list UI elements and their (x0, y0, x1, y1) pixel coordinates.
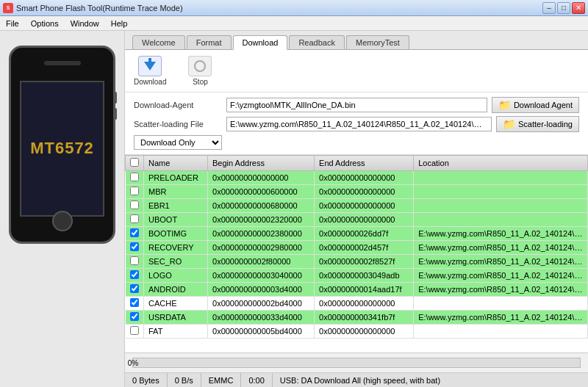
tab-welcome[interactable]: Welcome (132, 35, 185, 49)
row-checkbox[interactable] (130, 228, 139, 237)
table-row: PRELOADER0x0000000000000000x000000000000… (126, 171, 588, 185)
maximize-button[interactable]: □ (557, 2, 570, 14)
row-checkbox[interactable] (130, 242, 139, 251)
row-location (414, 199, 588, 213)
row-end-address: 0x0000000026dd7f (315, 227, 414, 241)
minimize-button[interactable]: – (542, 2, 556, 14)
row-checkbox[interactable] (130, 256, 139, 265)
agent-browse-button[interactable]: 📁 Download Agent (492, 97, 579, 113)
close-button[interactable]: ✕ (572, 2, 585, 14)
table-row: LOGO0x0000000000030400000x0000000003049a… (126, 269, 588, 283)
row-end-address: 0x0000000003049adb (315, 269, 414, 283)
agent-input[interactable] (226, 98, 487, 112)
mode-dropdown[interactable]: Download Only Firmware Upgrade Format Al… (134, 135, 222, 150)
progress-bar-wrap: 0% (132, 358, 581, 368)
tab-memorytest[interactable]: MemoryTest (346, 35, 409, 49)
table-row: RECOVERY0x0000000000029800000x000000002d… (126, 241, 588, 255)
row-end-address: 0x000000000000000 (315, 297, 414, 311)
row-begin-address: 0x0000000000033d4000 (208, 311, 315, 325)
content-panel: Welcome Format Download Readback MemoryT… (125, 31, 588, 387)
row-name: BOOTIMG (144, 227, 208, 241)
status-message: USB: DA Download All (high speed, with b… (273, 373, 588, 387)
tab-readback[interactable]: Readback (289, 35, 345, 49)
form-area: Download-Agent 📁 Download Agent Scatter-… (125, 93, 588, 155)
row-name: PRELOADER (144, 171, 208, 185)
row-location: E:\www.yzmg.com\R850_11_A.02_140124\R850… (414, 227, 588, 241)
status-bytes: 0 Bytes (125, 373, 168, 387)
scatter-label: Scatter-loading File (134, 120, 222, 129)
menubar: File Options Window Help (0, 16, 588, 31)
scatter-browse-button[interactable]: 📁 Scatter-loading (496, 116, 579, 132)
row-checkbox[interactable] (130, 326, 139, 335)
row-name: CACHE (144, 297, 208, 311)
table-row: UBOOT0x0000000000023200000x0000000000000… (126, 213, 588, 227)
stop-label: Stop (193, 78, 208, 86)
phone-image: MT6572 (9, 46, 115, 244)
status-type: EMMC (201, 373, 242, 387)
row-name: RECOVERY (144, 241, 208, 255)
row-location: E:\www.yzmg.com\R850_11_A.02_140124\R850… (414, 283, 588, 297)
phone-side-buttons (114, 92, 117, 120)
table-row: MBR0x000000000006000000x000000000000000 (126, 185, 588, 199)
row-end-address: 0x000000000000000 (315, 199, 414, 213)
select-all-checkbox[interactable] (130, 158, 139, 167)
folder-icon: 📁 (498, 99, 511, 111)
menu-window[interactable]: Window (68, 18, 102, 29)
row-end-address: 0x000000000000000 (315, 325, 414, 339)
row-begin-address: 0x0000000002f80000 (208, 255, 315, 269)
status-rate: 0 B/s (168, 373, 201, 387)
row-location (414, 325, 588, 339)
col-location: Location (414, 156, 588, 171)
row-checkbox[interactable] (130, 298, 139, 307)
table-row: SEC_RO0x0000000002f800000x0000000002f852… (126, 255, 588, 269)
status-time: 0:00 (241, 373, 272, 387)
table-row: ANDROID0x0000000000003d40000x00000000014… (126, 283, 588, 297)
row-checkbox[interactable] (130, 173, 139, 181)
partition-table-body: PRELOADER0x0000000000000000x000000000000… (126, 171, 588, 339)
row-location (414, 297, 588, 311)
row-begin-address: 0x000000000002380000 (208, 227, 315, 241)
menu-options[interactable]: Options (28, 18, 62, 29)
row-checkbox[interactable] (130, 187, 139, 195)
row-name: FAT (144, 325, 208, 339)
row-checkbox[interactable] (130, 270, 139, 279)
table-row: EBR10x000000000006800000x000000000000000 (126, 199, 588, 213)
stop-button[interactable]: Stop (188, 56, 212, 86)
col-begin: Begin Address (208, 156, 315, 171)
row-checkbox[interactable] (130, 214, 139, 223)
action-toolbar: Download Stop (125, 50, 588, 93)
row-name: USRDATA (144, 311, 208, 325)
download-button[interactable]: Download (134, 56, 166, 86)
tab-format[interactable]: Format (187, 35, 232, 49)
table-row: BOOTIMG0x0000000000023800000x0000000026d… (126, 227, 588, 241)
main-area: MT6572 Welcome Format Download Readback … (0, 31, 588, 387)
row-checkbox[interactable] (130, 312, 139, 321)
status-bar: 0 Bytes 0 B/s EMMC 0:00 USB: DA Download… (125, 372, 588, 387)
phone-speaker (44, 61, 81, 65)
col-name: Name (144, 156, 208, 171)
row-begin-address: 0x000000000005bd4000 (208, 325, 315, 339)
row-location (414, 185, 588, 199)
col-end: End Address (315, 156, 414, 171)
partition-table-area: Name Begin Address End Address Location … (125, 155, 588, 352)
row-end-address: 0x000000002d457f (315, 241, 414, 255)
tab-bar: Welcome Format Download Readback MemoryT… (125, 31, 588, 50)
menu-help[interactable]: Help (108, 18, 131, 29)
tab-download[interactable]: Download (233, 35, 288, 50)
row-begin-address: 0x00000000000680000 (208, 199, 315, 213)
row-end-address: 0x000000000000000 (315, 171, 414, 185)
table-row: USRDATA0x0000000000033d40000x00000000034… (126, 311, 588, 325)
row-begin-address: 0x000000000002320000 (208, 213, 315, 227)
scatter-input[interactable] (226, 117, 492, 131)
menu-file[interactable]: File (3, 18, 22, 29)
row-location (414, 171, 588, 185)
row-end-address: 0x00000000014aad17f (315, 283, 414, 297)
partition-table: Name Begin Address End Address Location … (125, 155, 588, 339)
app-icon: S (3, 3, 13, 13)
table-row: CACHE0x000000000002bd40000x0000000000000… (126, 297, 588, 311)
row-begin-address: 0x000000000002980000 (208, 241, 315, 255)
row-checkbox[interactable] (130, 200, 139, 209)
row-location: E:\www.yzmg.com\R850_11_A.02_140124\R850… (414, 269, 588, 283)
row-checkbox[interactable] (130, 284, 139, 293)
progress-area: 0% (125, 352, 588, 372)
